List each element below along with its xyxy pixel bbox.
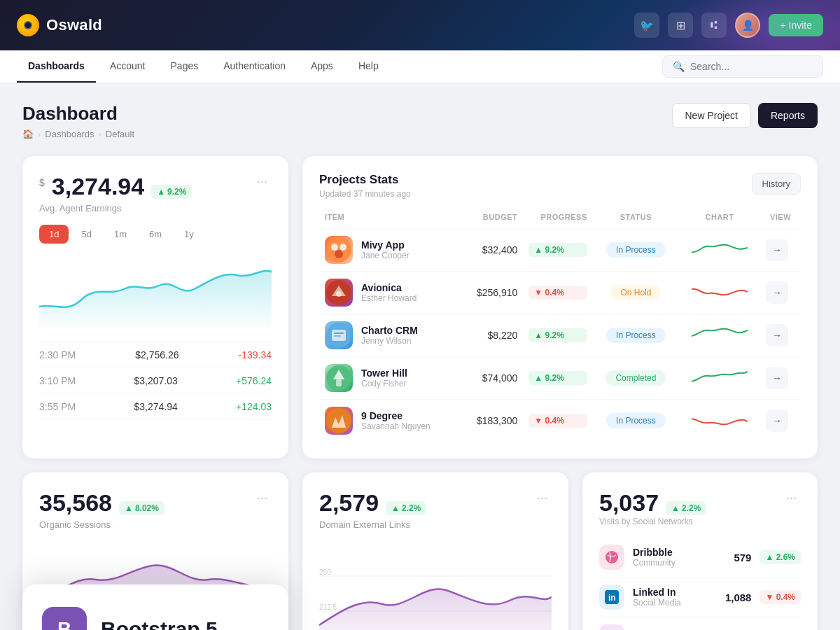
tower-info: Tower Hill Cody Fisher [361, 368, 407, 388]
topbar-share-icon-btn[interactable]: ⑆ [701, 13, 727, 38]
social-row-slack: # Slack 794 ▲ 0.2% [599, 617, 801, 630]
organic-sessions-more-button[interactable]: ··· [253, 489, 272, 507]
earnings-more-button[interactable]: ··· [253, 173, 272, 190]
domain-links-more-button[interactable]: ··· [533, 489, 552, 507]
subnav-item-apps[interactable]: Apps [300, 50, 344, 83]
projects-table: ITEM BUDGET PROGRESS STATUS CHART VIEW [319, 213, 801, 442]
9degree-info: 9 Degree Savannah Nguyen [361, 410, 430, 431]
mivy-app-info: Mivy App Jane Cooper [361, 239, 410, 260]
earnings-diff-2: +576.24 [236, 375, 272, 386]
avionica-status-badge: On Hold [610, 285, 661, 300]
logo-icon [17, 14, 39, 36]
topbar-grid-icon-btn[interactable]: ⊞ [668, 13, 693, 38]
period-tab-1y[interactable]: 1y [174, 225, 204, 244]
earnings-amount: 3,274.94 [52, 173, 144, 200]
avionica-name: Avionica [361, 282, 416, 293]
charto-avatar [325, 321, 353, 349]
charto-chart-cell [679, 314, 760, 357]
9degree-view-button[interactable]: → [766, 410, 788, 432]
subnav-item-pages[interactable]: Pages [160, 50, 210, 83]
avionica-progress: ▼ 0.4% [523, 272, 592, 314]
domain-links-header: 2,579 ▲ 2.2% ··· [319, 489, 552, 517]
earnings-card: $ 3,274.94 ▲ 9.2% ··· Avg. Agent Earning… [22, 156, 288, 458]
9degree-owner: Savannah Nguyen [361, 421, 430, 431]
linkedin-info: Linked In Social Media [633, 587, 681, 608]
svg-rect-11 [336, 379, 342, 386]
earnings-time-1: 2:30 PM [39, 349, 76, 360]
period-tab-1m[interactable]: 1m [104, 225, 136, 244]
social-card: 5,037 ▲ 2.2% Visits by Social Networks ·… [582, 472, 818, 630]
svg-text:in: in [608, 593, 616, 603]
social-more-button[interactable]: ··· [782, 489, 801, 507]
header-buttons: New Project Reports [672, 103, 818, 128]
svg-text:212.5: 212.5 [319, 603, 337, 611]
projects-title: Projects Stats [319, 173, 411, 187]
projects-card: Projects Stats Updated 37 minutes ago Hi… [302, 156, 818, 458]
9degree-chart-cell [679, 400, 760, 442]
svg-rect-9 [334, 335, 341, 337]
9degree-progress-badge: ▼ 0.4% [528, 414, 587, 428]
col-item: ITEM [319, 213, 460, 229]
linkedin-icon: in [599, 584, 624, 610]
topbar: Oswald 🐦 ⊞ ⑆ 👤 + Invite [0, 0, 840, 50]
reports-button[interactable]: Reports [758, 103, 818, 128]
search-input[interactable] [690, 61, 813, 72]
9degree-status-badge: In Process [606, 413, 666, 428]
period-tabs: 1d 5d 1m 6m 1y [39, 225, 272, 244]
linkedin-badge: ▼ 0.4% [760, 590, 801, 604]
domain-links-card: 2,579 ▲ 2.2% ··· Domain External Links [302, 472, 568, 630]
subnav: Dashboards Account Pages Authentication … [0, 50, 840, 83]
project-item-mivy: Mivy App Jane Cooper [325, 236, 454, 264]
earnings-row-2: 3:10 PM $3,207.03 +576.24 [39, 368, 272, 394]
social-title-wrap: 5,037 ▲ 2.2% Visits by Social Networks [599, 489, 706, 538]
earnings-amount-wrap: $ 3,274.94 ▲ 9.2% [39, 173, 192, 200]
topbar-actions: 🐦 ⊞ ⑆ 👤 + Invite [634, 13, 823, 38]
charto-name: Charto CRM [361, 325, 418, 336]
new-project-button[interactable]: New Project [672, 103, 751, 128]
tower-avatar [325, 364, 353, 392]
subnav-item-help[interactable]: Help [347, 50, 390, 83]
topbar-bird-icon-btn[interactable]: 🐦 [634, 13, 659, 38]
tower-status-badge: Completed [606, 370, 666, 386]
invite-button[interactable]: + Invite [769, 14, 823, 36]
subnav-item-account[interactable]: Account [99, 50, 157, 83]
subnav-item-authentication[interactable]: Authentication [212, 50, 297, 83]
domain-links-chart: 250 212.5 [319, 541, 552, 630]
linkedin-type: Social Media [633, 598, 681, 608]
mivy-progress-badge: ▲ 9.2% [528, 243, 587, 257]
breadcrumb-dashboards[interactable]: Dashboards [45, 129, 94, 139]
9degree-chart [692, 409, 748, 430]
period-tab-5d[interactable]: 5d [71, 225, 101, 244]
page-title-wrap: Dashboard 🏠 › Dashboards › Default [22, 103, 134, 139]
earnings-val-3: $3,274.94 [134, 401, 177, 412]
table-row: 9 Degree Savannah Nguyen $183,300 ▼ 0.4%… [319, 400, 801, 442]
mivy-status-cell: In Process [593, 229, 679, 272]
domain-links-label: Domain External Links [319, 519, 552, 530]
period-tab-6m[interactable]: 6m [139, 225, 172, 244]
tower-name: Tower Hill [361, 368, 407, 379]
svg-point-18 [606, 551, 618, 564]
mivy-view-button[interactable]: → [766, 239, 788, 261]
dribbble-type: Community [633, 558, 676, 568]
tower-owner: Cody Fisher [361, 379, 407, 388]
dribbble-badge: ▲ 2.6% [760, 550, 801, 564]
page-title: Dashboard [22, 103, 134, 125]
avatar[interactable]: 👤 [735, 13, 760, 38]
svg-point-3 [335, 250, 343, 258]
domain-links-amount-wrap: 2,579 ▲ 2.2% [319, 489, 426, 517]
history-button[interactable]: History [752, 173, 801, 195]
dribbble-info: Dribbble Community [633, 547, 676, 568]
earnings-diff-1: -139.34 [239, 349, 272, 360]
tower-view-button[interactable]: → [766, 367, 788, 389]
project-item-avionica: Avionica Esther Howard [325, 279, 454, 307]
page-content: Dashboard 🏠 › Dashboards › Default New P… [0, 83, 840, 630]
earnings-badge: ▲ 9.2% [151, 185, 192, 199]
bootstrap-text: Bootstrap 5 [101, 617, 218, 630]
period-tab-1d[interactable]: 1d [39, 225, 69, 244]
charto-view-button[interactable]: → [766, 324, 788, 346]
earnings-time-3: 3:55 PM [39, 401, 76, 412]
earnings-val-1: $2,756.26 [135, 349, 178, 360]
avionica-view-button[interactable]: → [766, 281, 788, 304]
organic-sessions-header: 35,568 ▲ 8.02% ··· [39, 489, 272, 517]
subnav-item-dashboards[interactable]: Dashboards [17, 50, 96, 83]
